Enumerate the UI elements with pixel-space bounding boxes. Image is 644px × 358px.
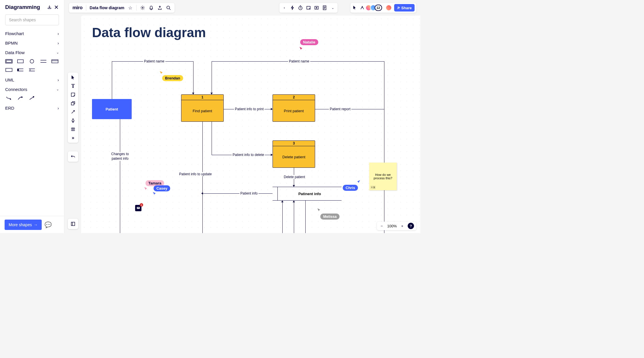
sticky-note[interactable]: How do we process this? + 9: [369, 163, 397, 190]
more-tools-icon[interactable]: »: [70, 135, 76, 140]
chevron-right-icon: ›: [57, 77, 59, 82]
collaborator-count: 12: [375, 5, 382, 11]
cursor-natalie: Natalie: [300, 39, 318, 45]
svg-rect-0: [5, 60, 12, 63]
flow-label: Changes to patient info: [106, 152, 134, 161]
bell-icon[interactable]: [149, 5, 154, 10]
collaborator-avatars[interactable]: 12: [367, 5, 382, 11]
svg-point-10: [167, 6, 170, 9]
comment-pin[interactable]: 1: [135, 205, 141, 211]
apps-toolbar: ‹ ⌄: [279, 3, 338, 13]
svg-rect-7: [71, 102, 74, 105]
connector-arc[interactable]: [17, 96, 24, 100]
category-erd[interactable]: ERD›: [5, 103, 59, 113]
bolt-icon[interactable]: [290, 5, 295, 10]
cursor-brendan: Brendan: [162, 75, 183, 81]
zoom-level[interactable]: 100%: [387, 224, 397, 228]
sticky-tool-icon[interactable]: [70, 92, 76, 97]
panels-button[interactable]: [68, 219, 78, 229]
comment-count-badge: 1: [140, 203, 143, 207]
chevron-left-icon[interactable]: ‹: [282, 5, 287, 10]
shape-store2[interactable]: [28, 68, 36, 72]
search-icon[interactable]: [166, 5, 171, 10]
svg-rect-6: [18, 69, 19, 71]
svg-rect-4: [52, 60, 58, 63]
shape-circle[interactable]: [28, 59, 36, 64]
category-flowchart[interactable]: Flowchart›: [5, 29, 59, 38]
connector-straight[interactable]: [28, 96, 36, 100]
flow-label: Patient info to print: [234, 107, 264, 111]
chevron-right-icon: ›: [57, 106, 59, 111]
share-button[interactable]: Share: [394, 4, 415, 12]
category-bpmn[interactable]: BPMN›: [5, 38, 59, 48]
category-dataflow[interactable]: Data Flow⌄: [5, 48, 59, 57]
board-name[interactable]: Data flow diagram: [90, 5, 124, 10]
cursor-casey: Casey: [154, 185, 170, 191]
shape-rails[interactable]: [40, 59, 47, 64]
miro-logo[interactable]: miro: [72, 5, 83, 11]
import-icon[interactable]: [47, 5, 52, 10]
category-uml[interactable]: UML›: [5, 75, 59, 85]
export-icon[interactable]: [157, 5, 162, 10]
zoom-out-button[interactable]: −: [379, 223, 384, 228]
board-canvas[interactable]: Data flow diagram Patient 1 Find patient…: [81, 16, 420, 233]
frame-preset-icon[interactable]: [306, 5, 311, 10]
cursor-mode-icon[interactable]: [352, 5, 357, 10]
search-shapes-input[interactable]: [5, 14, 59, 25]
board-header: miro Data flow diagram ☆: [69, 3, 175, 13]
zoom-in-button[interactable]: +: [400, 223, 405, 228]
help-button[interactable]: ?: [408, 223, 414, 229]
undo-toolbar[interactable]: [68, 151, 78, 162]
connector-shapes: [5, 94, 59, 103]
more-apps-icon[interactable]: ⌄: [330, 5, 335, 10]
star-icon[interactable]: ☆: [128, 5, 133, 10]
zoom-controls: − 100% + ?: [377, 222, 416, 230]
diagram-title: Data flow diagram: [92, 25, 206, 40]
cursor-melissa: Melissa: [320, 214, 340, 220]
flow-label: Patient name: [288, 59, 310, 63]
text-tool-icon[interactable]: T: [70, 83, 76, 89]
shape-tool-icon[interactable]: [70, 101, 76, 106]
svg-point-9: [142, 7, 143, 8]
reactions-icon[interactable]: [360, 5, 365, 10]
category-connectors[interactable]: Connectors⌄: [5, 85, 59, 94]
svg-rect-8: [71, 222, 75, 226]
settings-icon[interactable]: [140, 5, 145, 10]
chevron-right-icon: ›: [57, 41, 59, 45]
sidebar-title: Diagramming: [5, 4, 40, 10]
flow-label: Patient name: [143, 59, 165, 63]
shape-entity-rounded[interactable]: [5, 59, 13, 64]
arrow-tool-icon[interactable]: [70, 109, 76, 115]
shape-rect-plain[interactable]: [5, 68, 13, 72]
flow-label: Patient info to delete: [232, 153, 265, 157]
shape-header-rect[interactable]: [51, 59, 59, 64]
svg-rect-2: [18, 60, 23, 63]
collab-toolbar: 12 Share: [350, 3, 416, 13]
more-shapes-button[interactable]: More shapes →: [5, 220, 42, 230]
presentation-icon[interactable]: [314, 5, 319, 10]
cursor-chris: Chris: [343, 185, 358, 191]
close-icon[interactable]: [54, 5, 59, 10]
arrow-right-icon: →: [34, 222, 38, 227]
process-print-patient[interactable]: 2 Print patient: [273, 94, 315, 122]
shape-rect[interactable]: [17, 59, 24, 64]
process-delete-patient[interactable]: 3 Delete patient: [273, 140, 315, 168]
datastore-patient-info[interactable]: Patinent info: [273, 187, 342, 201]
pen-tool-icon[interactable]: [70, 118, 76, 123]
entity-patient[interactable]: Patient: [92, 99, 132, 119]
chevron-down-icon: ⌄: [56, 87, 59, 91]
undo-icon: [70, 154, 76, 159]
shape-store[interactable]: [17, 68, 24, 72]
tools-toolbar: T »: [68, 73, 78, 143]
frame-tool-icon[interactable]: [70, 127, 76, 132]
process-find-patient[interactable]: 1 Find patient: [181, 94, 224, 122]
connector-curve[interactable]: [5, 96, 13, 100]
flow-label: Patient info to update: [178, 172, 212, 176]
select-tool-icon[interactable]: [70, 75, 76, 80]
feedback-icon[interactable]: 💬: [46, 222, 51, 227]
timer-icon[interactable]: [298, 5, 303, 10]
svg-rect-5: [6, 68, 12, 71]
flow-label: Patient info: [239, 191, 258, 195]
user-avatar[interactable]: [386, 5, 392, 11]
notes-icon[interactable]: [322, 5, 327, 10]
